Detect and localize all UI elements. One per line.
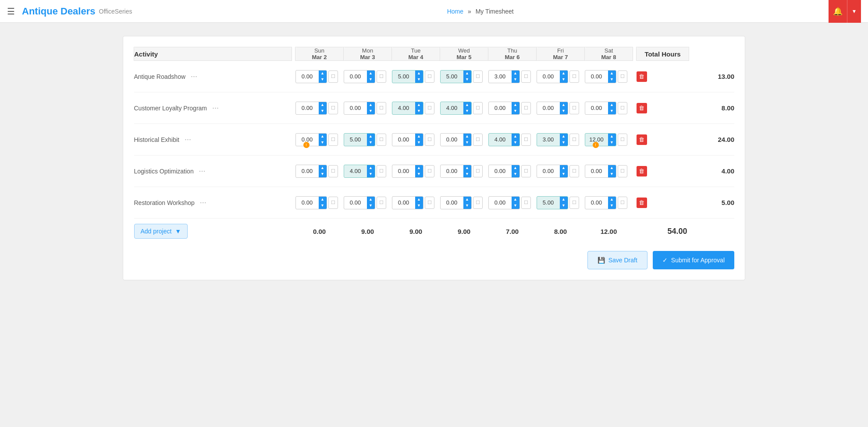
spin-down-r1-d1[interactable]: ▼	[367, 108, 375, 114]
note-btn-r1-d5[interactable]: ☐	[569, 102, 579, 114]
note-btn-r2-d0[interactable]: ☐	[328, 134, 338, 146]
spin-down-r4-d2[interactable]: ▼	[415, 203, 423, 209]
note-btn-r4-d4[interactable]: ☐	[521, 197, 531, 209]
submit-button[interactable]: ✓ Submit for Approval	[653, 251, 734, 269]
spin-down-r1-d3[interactable]: ▼	[463, 108, 471, 114]
spin-down-r2-d5[interactable]: ▼	[560, 140, 568, 146]
hours-input-r2-d4[interactable]	[489, 134, 512, 145]
spin-up-r2-d6[interactable]: ▲	[608, 134, 616, 140]
add-project-button[interactable]: Add project ▼	[134, 224, 188, 239]
note-btn-r1-d6[interactable]: ☐	[618, 102, 627, 114]
hours-input-r3-d0[interactable]	[296, 165, 319, 177]
hours-input-r0-d5[interactable]	[537, 71, 560, 82]
spin-up-r3-d4[interactable]: ▲	[512, 165, 519, 171]
row-menu-3[interactable]: ···	[199, 166, 206, 176]
spin-down-r0-d0[interactable]: ▼	[319, 77, 327, 83]
hours-input-r4-d6[interactable]	[585, 197, 608, 208]
spin-up-r3-d6[interactable]: ▲	[608, 165, 616, 171]
spin-up-r1-d0[interactable]: ▲	[319, 102, 327, 108]
hours-input-r4-d4[interactable]	[489, 197, 512, 208]
spin-up-r1-d4[interactable]: ▲	[512, 102, 519, 108]
hours-input-r1-d3[interactable]	[441, 102, 463, 114]
spin-up-r2-d5[interactable]: ▲	[560, 134, 568, 140]
spin-up-r0-d0[interactable]: ▲	[319, 71, 327, 77]
hours-input-r0-d2[interactable]	[392, 71, 415, 82]
spin-up-r3-d5[interactable]: ▲	[560, 165, 568, 171]
note-btn-r3-d4[interactable]: ☐	[521, 165, 531, 177]
row-menu-1[interactable]: ···	[212, 103, 219, 113]
note-btn-r0-d6[interactable]: ☐	[618, 71, 627, 83]
spin-down-r2-d4[interactable]: ▼	[512, 140, 519, 146]
spin-up-r0-d1[interactable]: ▲	[367, 71, 375, 77]
note-btn-r0-d1[interactable]: ☐	[377, 71, 386, 83]
spin-down-r1-d5[interactable]: ▼	[560, 108, 568, 114]
note-btn-r4-d3[interactable]: ☐	[473, 197, 483, 209]
spin-down-r0-d3[interactable]: ▼	[463, 77, 471, 83]
spin-down-r3-d4[interactable]: ▼	[512, 171, 519, 177]
hours-input-r0-d0[interactable]	[296, 71, 319, 82]
spin-up-r3-d3[interactable]: ▲	[463, 165, 471, 171]
hours-input-r2-d3[interactable]	[441, 134, 463, 145]
hours-input-r2-d5[interactable]	[537, 134, 560, 145]
spin-up-r4-d0[interactable]: ▲	[319, 197, 327, 203]
spin-up-r3-d1[interactable]: ▲	[367, 165, 375, 171]
spin-down-r3-d2[interactable]: ▼	[415, 171, 423, 177]
delete-row-0[interactable]: 🗑	[637, 71, 647, 82]
note-btn-r1-d2[interactable]: ☐	[425, 102, 434, 114]
spin-down-r0-d5[interactable]: ▼	[560, 77, 568, 83]
spin-up-r4-d2[interactable]: ▲	[415, 197, 423, 203]
spin-up-r2-d1[interactable]: ▲	[367, 134, 375, 140]
spin-up-r1-d6[interactable]: ▲	[608, 102, 616, 108]
breadcrumb-home[interactable]: Home	[447, 8, 463, 15]
note-btn-r3-d0[interactable]: ☐	[328, 165, 338, 177]
spin-down-r0-d4[interactable]: ▼	[512, 77, 519, 83]
note-btn-r0-d4[interactable]: ☐	[521, 71, 531, 83]
hours-input-r1-d2[interactable]	[392, 102, 415, 114]
note-btn-r0-d3[interactable]: ☐	[473, 71, 483, 83]
note-btn-r1-d3[interactable]: ☐	[473, 102, 483, 114]
delete-row-3[interactable]: 🗑	[637, 166, 647, 176]
hours-input-r0-d3[interactable]	[441, 71, 463, 82]
spin-down-r0-d1[interactable]: ▼	[367, 77, 375, 83]
spin-up-r1-d3[interactable]: ▲	[463, 102, 471, 108]
hours-input-r4-d0[interactable]	[296, 197, 319, 208]
spin-up-r0-d2[interactable]: ▲	[415, 71, 423, 77]
spin-up-r2-d2[interactable]: ▲	[415, 134, 423, 140]
note-btn-r2-d1[interactable]: ☐	[377, 134, 386, 146]
note-btn-r3-d3[interactable]: ☐	[473, 165, 483, 177]
note-btn-r3-d5[interactable]: ☐	[569, 165, 579, 177]
spin-down-r2-d3[interactable]: ▼	[463, 140, 471, 146]
note-btn-r1-d4[interactable]: ☐	[521, 102, 531, 114]
spin-up-r2-d0[interactable]: ▲	[319, 134, 327, 140]
hours-input-r0-d6[interactable]	[585, 71, 608, 82]
spin-down-r4-d3[interactable]: ▼	[463, 203, 471, 209]
spin-down-r1-d0[interactable]: ▼	[319, 108, 327, 114]
spin-down-r4-d5[interactable]: ▼	[560, 203, 568, 209]
hours-input-r3-d6[interactable]	[585, 165, 608, 177]
spin-up-r4-d5[interactable]: ▲	[560, 197, 568, 203]
hours-input-r1-d4[interactable]	[489, 102, 512, 114]
hours-input-r4-d3[interactable]	[441, 197, 463, 208]
note-btn-r4-d2[interactable]: ☐	[425, 197, 434, 209]
note-btn-r3-d6[interactable]: ☐	[618, 165, 627, 177]
hours-input-r0-d4[interactable]	[489, 71, 512, 82]
hours-input-r3-d2[interactable]	[392, 165, 415, 177]
note-btn-r3-d2[interactable]: ☐	[425, 165, 434, 177]
spin-down-r4-d4[interactable]: ▼	[512, 203, 519, 209]
hours-input-r1-d6[interactable]	[585, 102, 608, 114]
menu-icon[interactable]: ☰	[7, 6, 15, 17]
note-btn-r2-d2[interactable]: ☐	[425, 134, 434, 146]
hours-input-r3-d5[interactable]	[537, 165, 560, 177]
spin-down-r3-d6[interactable]: ▼	[608, 171, 616, 177]
note-btn-r4-d5[interactable]: ☐	[569, 197, 579, 209]
save-draft-button[interactable]: 💾 Save Draft	[587, 251, 647, 269]
spin-up-r0-d4[interactable]: ▲	[512, 71, 519, 77]
spin-down-r1-d6[interactable]: ▼	[608, 108, 616, 114]
spin-up-r1-d5[interactable]: ▲	[560, 102, 568, 108]
row-menu-4[interactable]: ···	[200, 198, 206, 207]
spin-down-r0-d2[interactable]: ▼	[415, 77, 423, 83]
spin-up-r0-d5[interactable]: ▲	[560, 71, 568, 77]
spin-up-r3-d2[interactable]: ▲	[415, 165, 423, 171]
spin-up-r2-d3[interactable]: ▲	[463, 134, 471, 140]
note-btn-r1-d0[interactable]: ☐	[328, 102, 338, 114]
